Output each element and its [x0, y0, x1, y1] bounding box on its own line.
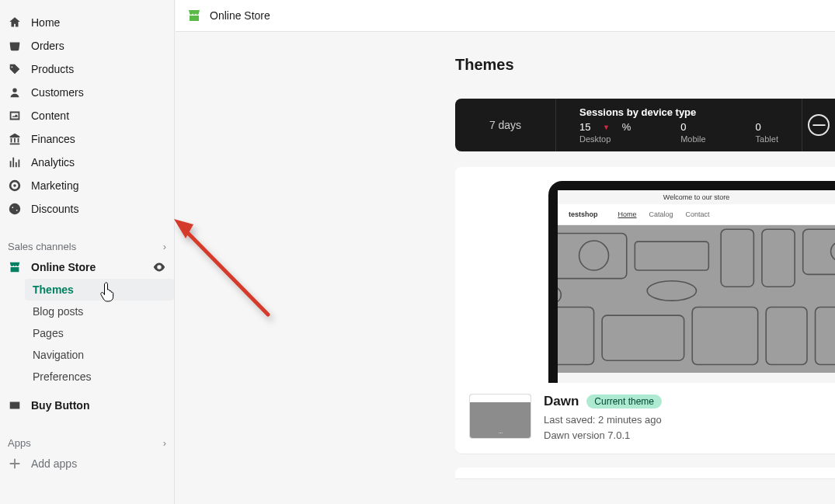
marketing-icon — [8, 179, 22, 193]
subnav-blog-posts[interactable]: Blog posts — [25, 301, 174, 322]
svg-rect-4 — [721, 229, 753, 287]
store-logo-icon — [186, 8, 202, 23]
online-store-subnav: Themes Blog posts Pages Navigation Prefe… — [0, 279, 174, 388]
stat-desktop: 15 ▼ % Desktop — [579, 121, 631, 144]
apps-header[interactable]: Apps › — [0, 433, 174, 452]
nav-label: Online Store — [31, 261, 96, 273]
svg-rect-10 — [692, 308, 757, 365]
section-label: Apps — [8, 437, 31, 449]
subnav-themes[interactable]: Themes — [25, 279, 174, 301]
stat-tablet: 0 Tablet — [756, 121, 778, 144]
svg-point-1 — [579, 241, 609, 270]
nav-item-online-store[interactable]: Online Store — [0, 255, 174, 279]
nav-group-main: Home Orders Products Customers Content F… — [0, 11, 174, 221]
topbar-title: Online Store — [210, 9, 270, 22]
customers-icon — [8, 85, 22, 99]
nav-item-products[interactable]: Products — [0, 57, 174, 81]
main: Online Store Themes 7 days Sessions by d… — [176, 0, 835, 504]
svg-rect-0 — [558, 234, 627, 279]
subnav-preferences[interactable]: Preferences — [25, 366, 174, 388]
chevron-right-icon: › — [163, 437, 166, 449]
nav-label: Marketing — [31, 179, 78, 192]
preview-welcome: Welcome to our store — [558, 190, 835, 204]
store-icon — [8, 260, 22, 274]
page-title: Themes — [455, 56, 835, 74]
stats-action-button[interactable]: — — [802, 99, 835, 151]
theme-meta: ⋯ Dawn Current theme Last saved: 2 minut… — [455, 383, 835, 454]
svg-rect-12 — [816, 308, 835, 365]
theme-name: Dawn — [544, 394, 579, 409]
preview-nav-contact: Contact — [686, 210, 710, 218]
subnav-navigation[interactable]: Navigation — [25, 344, 174, 366]
stats-period[interactable]: 7 days — [455, 99, 556, 151]
finances-icon — [8, 132, 22, 146]
content: Themes 7 days Sessions by device type 15… — [176, 37, 835, 504]
nav-item-analytics[interactable]: Analytics — [0, 151, 174, 174]
theme-thumbnail[interactable]: ⋯ — [469, 394, 531, 439]
nav-label: Discounts — [31, 203, 78, 215]
arrow-down-icon: ▼ — [603, 123, 610, 131]
eye-icon[interactable] — [152, 260, 166, 274]
products-icon — [8, 62, 22, 76]
nav-label: Analytics — [31, 156, 75, 169]
current-theme-badge: Current theme — [586, 395, 662, 408]
nav-item-content[interactable]: Content — [0, 104, 174, 127]
discounts-icon — [8, 202, 22, 216]
preview-nav-catalog: Catalog — [649, 210, 673, 218]
analytics-icon — [8, 155, 22, 169]
stats-sessions: Sessions by device type 15 ▼ % Desktop 0… — [556, 99, 802, 151]
nav-label: Content — [31, 109, 69, 122]
nav-item-buy-button[interactable]: Buy Button — [0, 394, 174, 417]
nav-item-home[interactable]: Home — [0, 11, 174, 34]
nav-item-add-apps[interactable]: Add apps — [0, 452, 174, 475]
theme-card: Welcome to our store testshop Home Catal… — [455, 167, 835, 454]
nav-item-orders[interactable]: Orders — [0, 34, 174, 57]
preview-nav-home: Home — [618, 210, 637, 218]
preview-hero — [558, 225, 835, 373]
nav-label: Home — [31, 16, 60, 29]
nav-item-finances[interactable]: Finances — [0, 127, 174, 151]
stat-mobile: 0 Mobile — [680, 121, 705, 144]
svg-rect-9 — [602, 315, 684, 360]
preview-brand: testshop — [569, 210, 598, 218]
section-label: Sales channels — [8, 241, 76, 252]
svg-rect-6 — [803, 229, 835, 274]
svg-point-13 — [558, 287, 561, 303]
topbar: Online Store — [176, 0, 835, 32]
theme-preview[interactable]: Welcome to our store testshop Home Catal… — [455, 167, 835, 383]
sidebar: Home Orders Products Customers Content F… — [0, 0, 175, 504]
buy-button-icon — [8, 398, 22, 412]
svg-rect-5 — [762, 229, 795, 287]
content-icon — [8, 109, 22, 123]
svg-rect-8 — [558, 308, 594, 365]
nav-label: Customers — [31, 86, 84, 99]
stats-title: Sessions by device type — [579, 106, 778, 118]
svg-point-7 — [831, 242, 835, 261]
theme-saved: Last saved: 2 minutes ago — [544, 412, 662, 428]
plus-icon — [8, 457, 22, 471]
svg-point-3 — [647, 281, 696, 301]
preview-header: testshop Home Catalog Contact — [558, 204, 835, 225]
nav-item-discounts[interactable]: Discounts — [0, 197, 174, 221]
svg-rect-11 — [766, 308, 807, 365]
next-card — [455, 468, 835, 478]
nav-label: Finances — [31, 133, 75, 145]
theme-version: Dawn version 7.0.1 — [544, 428, 662, 443]
subnav-pages[interactable]: Pages — [25, 322, 174, 344]
nav-label: Add apps — [31, 457, 77, 470]
nav-label: Buy Button — [31, 399, 89, 412]
chevron-right-icon: › — [163, 241, 166, 252]
orders-icon — [8, 39, 22, 53]
nav-item-customers[interactable]: Customers — [0, 81, 174, 104]
stats-bar: 7 days Sessions by device type 15 ▼ % De… — [455, 99, 835, 151]
svg-rect-2 — [635, 242, 708, 270]
nav-label: Products — [31, 63, 74, 75]
home-icon — [8, 16, 22, 30]
nav-item-marketing[interactable]: Marketing — [0, 174, 174, 197]
sales-channels-header[interactable]: Sales channels › — [0, 236, 174, 255]
nav-label: Orders — [31, 40, 64, 52]
